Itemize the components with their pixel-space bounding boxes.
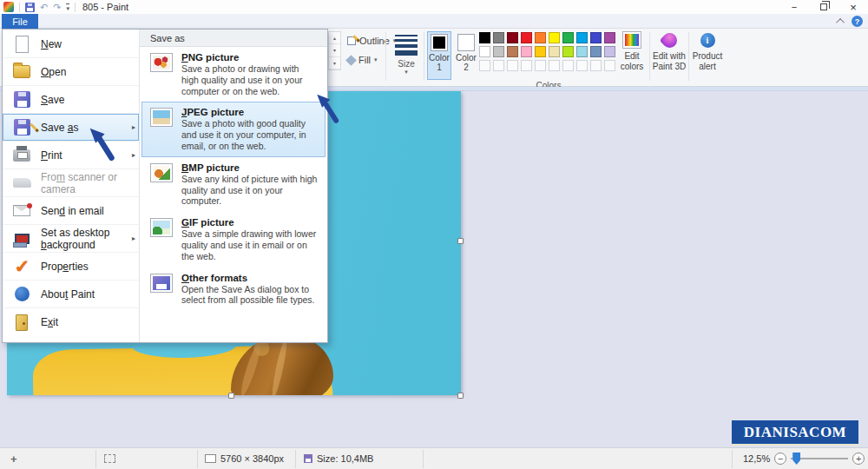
menu-item-about[interactable]: About Paint <box>3 281 139 308</box>
about-icon <box>11 284 32 305</box>
edit-colors-button[interactable]: Edit colors <box>617 31 647 71</box>
resize-handle-bottom-right[interactable] <box>457 393 464 399</box>
help-icon[interactable]: ? <box>852 16 863 27</box>
scroll-down-icon[interactable]: ▾ <box>329 44 340 56</box>
menu-item-new[interactable]: New <box>3 30 139 58</box>
color-swatch[interactable] <box>535 46 546 57</box>
zoom-in-button[interactable]: + <box>852 452 865 465</box>
color-swatch[interactable] <box>507 32 518 43</box>
open-icon <box>11 62 32 83</box>
color-swatch[interactable] <box>535 60 546 71</box>
submenu-item-gif[interactable]: GIF picture Save a simple drawing with l… <box>141 212 326 267</box>
color-swatch[interactable] <box>507 46 518 57</box>
restore-button[interactable] <box>809 0 838 14</box>
submenu-item-title: PNG picture <box>181 52 319 63</box>
photo-hair <box>231 334 333 395</box>
menu-item-exit[interactable]: Exit <box>3 308 139 336</box>
submenu-item-title: BMP picture <box>181 162 319 173</box>
save-as-icon <box>11 117 32 138</box>
menu-item-label: Set as desktop background <box>41 227 139 251</box>
submenu-item-description: Save a photo with good quality and use i… <box>181 118 319 151</box>
menu-item-email[interactable]: Send in email <box>3 197 139 225</box>
image-dimensions-indicator: 5760 × 3840px <box>205 448 284 469</box>
color-swatch[interactable] <box>521 60 532 71</box>
color2-label: Color 2 <box>454 53 478 72</box>
product-alert-button[interactable]: i Product alert <box>691 31 724 71</box>
outline-button[interactable]: Outline ▾ <box>347 36 396 46</box>
fill-button[interactable]: Fill ▾ <box>347 55 378 65</box>
color-swatch[interactable] <box>549 60 560 71</box>
customize-toolbar-icon[interactable]: ▾ <box>66 3 69 11</box>
color-swatch[interactable] <box>604 32 615 43</box>
submenu-item-bmp[interactable]: BMP picture Save any kind of picture wit… <box>141 157 326 212</box>
color-swatch[interactable] <box>576 60 588 71</box>
zoom-slider-thumb[interactable] <box>792 452 800 465</box>
color-swatch[interactable] <box>493 60 504 71</box>
properties-icon: ✓ <box>11 256 32 277</box>
color-swatch[interactable] <box>562 32 574 43</box>
file-tab[interactable]: File <box>2 14 38 29</box>
size-button[interactable]: Size ▾ <box>391 31 422 83</box>
save-icon <box>11 89 32 110</box>
menu-item-desktop[interactable]: Set as desktop background ▸ <box>3 225 139 253</box>
color-swatch[interactable] <box>604 60 615 71</box>
color-swatch[interactable] <box>562 60 574 71</box>
color-swatch[interactable] <box>493 46 504 57</box>
resize-handle-right[interactable] <box>457 238 464 244</box>
menu-item-save-as[interactable]: Save as ▸ <box>3 114 139 142</box>
restore-icon <box>820 3 827 10</box>
color-swatch[interactable] <box>535 32 546 43</box>
color-swatch[interactable] <box>521 46 532 57</box>
color-swatch[interactable] <box>576 32 588 43</box>
undo-icon[interactable]: ↶ <box>40 3 48 12</box>
save-icon[interactable] <box>25 3 35 12</box>
file-menu-panel: New Open Save Save as ▸ Print ▸ From sca… <box>2 29 328 343</box>
color-swatch[interactable] <box>604 46 615 57</box>
scanner-icon <box>11 173 32 194</box>
gallery-more-icon[interactable]: ▾ <box>329 57 340 69</box>
color-swatch[interactable] <box>590 60 602 71</box>
color-swatch[interactable] <box>576 46 588 57</box>
submenu-item-description: Open the Save As dialog box to select fr… <box>181 284 319 307</box>
shapes-gallery-scrollbar[interactable]: ▴ ▾ ▾ <box>328 31 341 70</box>
color-swatch[interactable] <box>479 32 490 43</box>
color-swatch[interactable] <box>479 46 490 57</box>
color-swatch[interactable] <box>479 60 490 71</box>
resize-handle-bottom[interactable] <box>228 393 234 399</box>
size-label: Size <box>398 59 414 69</box>
color-swatch[interactable] <box>493 32 504 43</box>
menu-item-open[interactable]: Open <box>3 58 139 86</box>
zoom-out-button[interactable]: − <box>774 452 786 465</box>
submenu-item-png[interactable]: PNG picture Save a photo or drawing with… <box>141 47 326 102</box>
color-swatch[interactable] <box>507 60 518 71</box>
menu-item-properties[interactable]: ✓ Properties <box>3 253 139 281</box>
submenu-item-description: Save a photo or drawing with high qualit… <box>181 63 319 96</box>
menu-item-label: From scanner or camera <box>41 171 139 195</box>
submenu-items: PNG picture Save a photo or drawing with… <box>140 47 327 311</box>
minimize-button[interactable]: − <box>779 0 809 14</box>
edit-with-paint3d-button[interactable]: Edit with Paint 3D <box>652 31 687 71</box>
scroll-up-icon[interactable]: ▴ <box>329 32 340 44</box>
submenu-item-jpeg[interactable]: JPEG picture Save a photo with good qual… <box>141 102 326 156</box>
close-button[interactable]: × <box>838 0 868 14</box>
color-swatch[interactable] <box>562 46 574 57</box>
color-swatch[interactable] <box>590 46 602 57</box>
color2-button[interactable]: Color 2 <box>454 31 478 80</box>
cursor-position-indicator: + <box>10 448 17 469</box>
color-swatch[interactable] <box>590 32 602 43</box>
submenu-item-other[interactable]: Other formats Open the Save As dialog bo… <box>141 268 326 312</box>
color-swatch[interactable] <box>549 32 560 43</box>
zoom-slider[interactable] <box>791 458 848 459</box>
menu-item-print[interactable]: Print ▸ <box>3 142 139 169</box>
menu-item-label: Exit <box>41 316 58 328</box>
menu-item-label: Print <box>41 149 62 162</box>
zoom-controls: 12,5% − + <box>743 448 865 469</box>
file-size-text: Size: 10,4MB <box>317 453 373 464</box>
color-swatch[interactable] <box>521 32 532 43</box>
other-thumbnail-icon <box>150 274 173 293</box>
redo-icon[interactable]: ↷ <box>53 3 61 12</box>
menu-item-save[interactable]: Save <box>3 86 139 114</box>
menu-item-scanner[interactable]: From scanner or camera <box>3 169 139 197</box>
color-swatch[interactable] <box>549 46 560 57</box>
color1-button[interactable]: Color 1 <box>427 31 451 80</box>
